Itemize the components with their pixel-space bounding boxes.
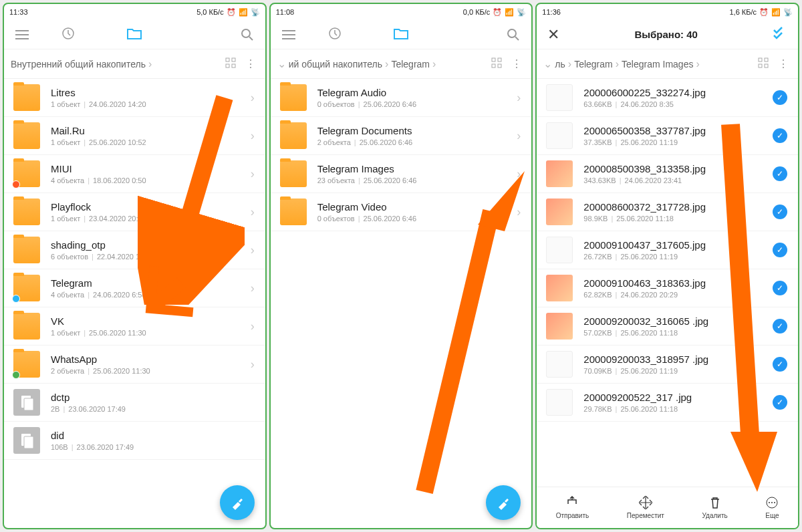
item-title: Telegram Video xyxy=(317,201,517,213)
chevron-right-icon: › xyxy=(251,281,255,295)
clock: 11:08 xyxy=(276,8,295,16)
alarm-icon: ⏰ xyxy=(493,8,502,17)
list-item[interactable]: Telegram4 объекта|24.06.2020 6:50› xyxy=(4,269,265,307)
more-icon[interactable]: ⋮ xyxy=(245,57,256,70)
folder-tab-icon[interactable] xyxy=(127,27,142,42)
app-bar xyxy=(4,20,265,49)
list-item[interactable]: WhatsApp2 объекта|25.06.2020 11:30› xyxy=(4,346,265,384)
search-icon[interactable] xyxy=(506,27,521,42)
more-icon[interactable]: ⋮ xyxy=(511,57,522,70)
image-thumb xyxy=(546,275,573,301)
chevron-left-icon[interactable]: ⌄ xyxy=(543,57,552,70)
svg-rect-16 xyxy=(498,58,501,61)
screen-2: 11:08 0,0 КБ/с ⏰ 📶 📡 ⌄ ий общий накопите… xyxy=(269,3,533,529)
chevron-right-icon: › xyxy=(251,243,255,257)
mi-badge xyxy=(12,180,20,188)
folder-icon xyxy=(13,160,40,187)
search-icon[interactable] xyxy=(240,27,255,42)
chevron-left-icon[interactable]: ⌄ xyxy=(277,57,286,70)
select-all-icon[interactable] xyxy=(773,26,787,43)
list-item[interactable]: Playflock1 объект|23.04.2020 20:27› xyxy=(4,193,265,231)
svg-rect-22 xyxy=(765,58,768,61)
folder-icon xyxy=(13,84,40,111)
file-list: Telegram Audio0 объектов|25.06.2020 6:46… xyxy=(271,79,532,528)
item-meta: 70.09KB|25.06.2020 11:19 xyxy=(583,367,773,375)
list-item[interactable]: shading_otp6 объектов|22.04.2020 14:09› xyxy=(4,231,265,269)
list-item[interactable]: did106B|23.06.2020 17:49 xyxy=(4,422,265,460)
list-item[interactable]: 200009200522_317 .jpg29.78KB|25.06.2020 … xyxy=(537,384,798,422)
folder-icon xyxy=(280,160,307,187)
clean-fab[interactable] xyxy=(220,485,255,520)
item-meta: 57.02KB|25.06.2020 11:18 xyxy=(583,329,773,337)
list-item[interactable]: Telegram Documents2 объекта|25.06.2020 6… xyxy=(271,117,532,155)
image-thumb xyxy=(546,389,573,416)
close-icon[interactable]: ✕ xyxy=(547,26,559,43)
list-item[interactable]: 200008600372_317728.jpg98.9KB|25.06.2020… xyxy=(537,193,798,231)
grid-view-icon[interactable] xyxy=(758,57,769,71)
menu-icon[interactable] xyxy=(281,27,296,42)
more-icon[interactable]: ⋮ xyxy=(778,57,789,70)
chevron-right-icon: › xyxy=(251,91,255,105)
list-item[interactable]: Telegram Audio0 объектов|25.06.2020 6:46… xyxy=(271,79,532,117)
menu-icon[interactable] xyxy=(15,27,29,42)
breadcrumb[interactable]: ⌄ ль › Telegram › Telegram Images › ⋮ xyxy=(537,49,798,79)
breadcrumb[interactable]: Внутренний общий накопитель › ⋮ xyxy=(4,49,265,79)
list-item[interactable]: 200009200032_316065 .jpg57.02KB|25.06.20… xyxy=(537,307,798,346)
item-meta: 37.35KB|25.06.2020 11:19 xyxy=(583,138,773,146)
checkbox-checked[interactable]: ✓ xyxy=(773,128,787,143)
grid-view-icon[interactable] xyxy=(491,57,502,71)
checkbox-checked[interactable]: ✓ xyxy=(773,319,787,334)
item-meta: 343.63KB|24.06.2020 23:41 xyxy=(583,176,773,184)
move-button[interactable]: Переместит xyxy=(627,496,664,519)
chevron-right-icon: › xyxy=(517,167,521,181)
list-item[interactable]: 200006000225_332274.jpg63.66KB|24.06.202… xyxy=(537,79,798,117)
list-item[interactable]: Litres1 объект|24.06.2020 14:20› xyxy=(4,79,265,117)
list-item[interactable]: Telegram Images23 объекта|25.06.2020 6:4… xyxy=(271,155,532,193)
net-speed: 0,0 КБ/с xyxy=(463,8,491,16)
recent-icon[interactable] xyxy=(328,27,342,43)
tg-badge xyxy=(12,295,20,303)
checkbox-checked[interactable]: ✓ xyxy=(773,205,787,219)
list-item[interactable]: Telegram Video0 объектов|25.06.2020 6:46… xyxy=(271,193,532,231)
list-item[interactable]: 200006500358_337787.jpg37.35KB|25.06.202… xyxy=(537,117,798,155)
breadcrumb[interactable]: ⌄ ий общий накопитель › Telegram › ⋮ xyxy=(271,49,532,79)
more-button[interactable]: Еще xyxy=(765,496,779,519)
checkbox-checked[interactable]: ✓ xyxy=(773,357,787,372)
list-item[interactable]: dctp2B|23.06.2020 17:49 xyxy=(4,384,265,422)
list-item[interactable]: MIUI4 объекта|18.06.2020 0:50› xyxy=(4,155,265,193)
status-bar: 11:36 1,6 КБ/с ⏰ 📶 📡 xyxy=(537,4,798,20)
item-title: 200006500358_337787.jpg xyxy=(583,125,773,136)
svg-rect-23 xyxy=(759,64,762,68)
status-bar: 11:33 5,0 КБ/с ⏰ 📶 📡 xyxy=(4,4,265,20)
item-meta: 29.78KB|25.06.2020 11:18 xyxy=(583,405,773,413)
item-meta: 2 объекта|25.06.2020 6:46 xyxy=(317,138,517,146)
svg-rect-4 xyxy=(226,64,229,68)
list-item[interactable]: 200009100437_317605.jpg26.72KB|25.06.202… xyxy=(537,231,798,269)
chevron-right-icon: › xyxy=(148,58,152,70)
item-meta: 98.9KB|25.06.2020 11:18 xyxy=(583,215,773,223)
checkbox-checked[interactable]: ✓ xyxy=(773,281,787,295)
list-item[interactable]: 200009100463_318363.jpg62.82KB|24.06.202… xyxy=(537,269,798,307)
svg-rect-15 xyxy=(492,58,495,61)
item-title: 200009100437_317605.jpg xyxy=(583,239,773,251)
list-item[interactable]: VK1 объект|25.06.2020 11:30› xyxy=(4,307,265,346)
list-item[interactable]: 200009200033_318957 .jpg70.09KB|25.06.20… xyxy=(537,346,798,384)
send-button[interactable]: Отправить xyxy=(556,496,589,519)
folder-tab-icon[interactable] xyxy=(394,27,408,42)
item-meta: 23 объекта|25.06.2020 6:46 xyxy=(317,176,517,184)
item-meta: 106B|23.06.2020 17:49 xyxy=(51,443,255,451)
recent-icon[interactable] xyxy=(61,27,75,43)
checkbox-checked[interactable]: ✓ xyxy=(773,395,787,410)
svg-point-27 xyxy=(771,502,773,503)
list-item[interactable]: Mail.Ru1 объект|25.06.2020 10:52› xyxy=(4,117,265,155)
checkbox-checked[interactable]: ✓ xyxy=(773,90,787,105)
checkbox-checked[interactable]: ✓ xyxy=(773,166,787,181)
clean-fab[interactable] xyxy=(486,485,521,520)
list-item[interactable]: 200008500398_313358.jpg343.63KB|24.06.20… xyxy=(537,155,798,193)
document-icon xyxy=(13,427,40,454)
checkbox-checked[interactable]: ✓ xyxy=(773,243,787,257)
grid-view-icon[interactable] xyxy=(225,57,236,71)
item-title: 200008600372_317728.jpg xyxy=(583,201,773,213)
delete-button[interactable]: Удалить xyxy=(702,496,728,519)
file-list: 200006000225_332274.jpg63.66KB|24.06.202… xyxy=(537,79,798,487)
